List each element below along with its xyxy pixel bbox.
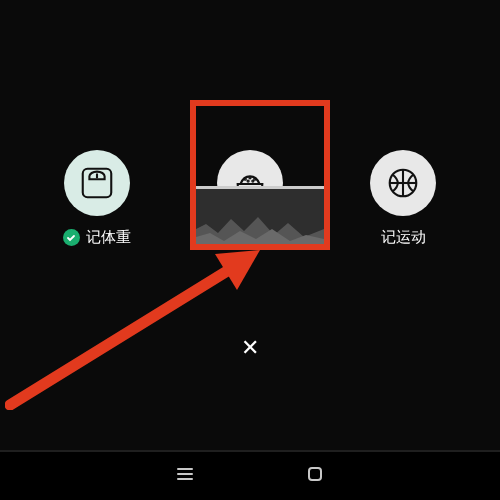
exercise-circle (370, 150, 436, 216)
svg-rect-0 (82, 169, 111, 198)
nav-home-icon[interactable] (305, 464, 325, 488)
svg-point-4 (254, 179, 255, 180)
action-record-weight[interactable]: 记体重 (32, 150, 162, 247)
close-icon: ✕ (241, 335, 259, 360)
exercise-label-row: 记运动 (381, 228, 426, 247)
scale-icon (78, 164, 116, 202)
close-button[interactable]: ✕ (241, 335, 259, 361)
annotation-arrow-icon (5, 230, 285, 410)
action-record-exercise[interactable]: 记运动 (338, 150, 468, 247)
svg-point-3 (249, 177, 250, 178)
android-nav-bar (0, 450, 500, 500)
nav-recent-icon[interactable] (175, 464, 195, 488)
svg-line-8 (10, 260, 245, 405)
basketball-icon (384, 164, 422, 202)
svg-point-2 (245, 179, 246, 180)
weight-label: 记体重 (86, 228, 131, 247)
chart-thumbnail (196, 186, 324, 248)
svg-point-5 (248, 181, 249, 182)
check-badge-icon (63, 229, 80, 246)
svg-marker-9 (215, 250, 260, 290)
weight-label-row: 记体重 (63, 228, 131, 247)
exercise-label: 记运动 (381, 228, 426, 247)
svg-point-6 (252, 181, 253, 182)
svg-rect-13 (309, 468, 321, 480)
weight-circle (64, 150, 130, 216)
